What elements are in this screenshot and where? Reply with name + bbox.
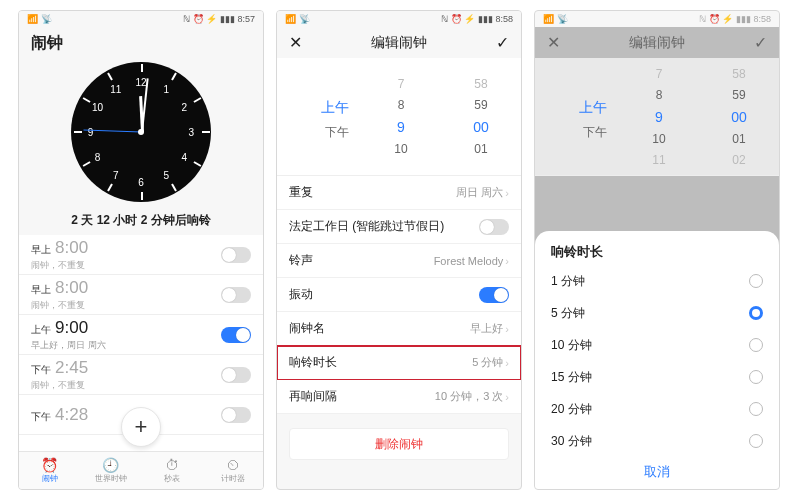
edit-header: ✕ 编辑闹钟 ✓ [277, 27, 521, 58]
duration-option[interactable]: 1 分钟 [551, 265, 763, 297]
row-ringtone[interactable]: 铃声 Forest Melody› [277, 244, 521, 278]
radio-icon [749, 306, 763, 320]
row-repeat[interactable]: 重复 周日 周六› [277, 176, 521, 210]
alarm-row[interactable]: 上午9:00 早上好，周日 周六 [19, 315, 263, 355]
radio-icon [749, 338, 763, 352]
cancel-button[interactable]: 取消 [551, 457, 763, 483]
duration-option[interactable]: 15 分钟 [551, 361, 763, 393]
radio-icon [749, 274, 763, 288]
duration-option[interactable]: 30 分钟 [551, 425, 763, 457]
analog-clock: 12 3 6 9 1 2 4 5 7 8 10 11 [19, 58, 263, 204]
row-vibrate[interactable]: 振动 [277, 278, 521, 312]
bottom-tabs: ⏰闹钟 🕘世界时钟 ⏱秒表 ⏲计时器 [19, 451, 263, 489]
status-left: 📶 📡 [285, 14, 310, 24]
row-workday[interactable]: 法定工作日 (智能跳过节假日) [277, 210, 521, 244]
alarm-row[interactable]: 早上8:00 闹钟，不重复 [19, 235, 263, 275]
tab-worldclock[interactable]: 🕘世界时钟 [80, 452, 141, 489]
delete-alarm-button[interactable]: 删除闹钟 [289, 428, 509, 460]
tab-alarm[interactable]: ⏰闹钟 [19, 452, 80, 489]
edit-title: 编辑闹钟 [629, 34, 685, 52]
duration-option[interactable]: 20 分钟 [551, 393, 763, 425]
chevron-right-icon: › [505, 391, 509, 403]
status-right: ℕ ⏰ ⚡ ▮▮▮ 8:58 [699, 14, 771, 24]
row-ring-duration[interactable]: 响铃时长 5 分钟› [277, 346, 521, 380]
close-icon[interactable]: ✕ [289, 33, 302, 52]
countdown-label: 2 天 12 小时 2 分钟后响铃 [19, 204, 263, 235]
stopwatch-icon: ⏱ [165, 458, 179, 472]
time-picker[interactable]: 上午 下午 7 8 9 10 58 59 00 01 [277, 58, 521, 176]
alarm-toggle[interactable] [221, 407, 251, 423]
alarm-toggle[interactable] [221, 287, 251, 303]
time-picker: 上午 下午 7 8 9 10 11 58 59 00 01 02 [535, 58, 779, 176]
chevron-right-icon: › [505, 323, 509, 335]
row-snooze[interactable]: 再响间隔 10 分钟，3 次› [277, 380, 521, 414]
status-left: 📶 📡 [27, 14, 52, 24]
worldclock-icon: 🕘 [102, 458, 119, 472]
workday-toggle[interactable] [479, 219, 509, 235]
close-icon: ✕ [547, 33, 560, 52]
duration-option[interactable]: 10 分钟 [551, 329, 763, 361]
duration-option[interactable]: 5 分钟 [551, 297, 763, 329]
edit-title: 编辑闹钟 [371, 34, 427, 52]
page-title-wrap: 闹钟 [19, 27, 263, 58]
tab-stopwatch[interactable]: ⏱秒表 [141, 452, 202, 489]
confirm-icon[interactable]: ✓ [496, 33, 509, 52]
timer-icon: ⏲ [226, 458, 240, 472]
alarm-icon: ⏰ [41, 458, 58, 472]
chevron-right-icon: › [505, 255, 509, 267]
plus-icon: + [135, 414, 148, 440]
confirm-icon: ✓ [754, 33, 767, 52]
statusbar: 📶 📡 ℕ ⏰ ⚡ ▮▮▮ 8:57 [19, 11, 263, 27]
status-right: ℕ ⏰ ⚡ ▮▮▮ 8:58 [441, 14, 513, 24]
alarm-row[interactable]: 早上8:00 闹钟，不重复 [19, 275, 263, 315]
radio-icon [749, 402, 763, 416]
chevron-right-icon: › [505, 357, 509, 369]
page-title: 闹钟 [31, 33, 251, 54]
phone-edit-alarm: 📶 📡 ℕ ⏰ ⚡ ▮▮▮ 8:58 ✕ 编辑闹钟 ✓ 上午 下午 7 8 9 … [276, 10, 522, 490]
status-right: ℕ ⏰ ⚡ ▮▮▮ 8:57 [183, 14, 255, 24]
row-alarm-name[interactable]: 闹钟名 早上好› [277, 312, 521, 346]
radio-icon [749, 434, 763, 448]
status-left: 📶 📡 [543, 14, 568, 24]
tab-timer[interactable]: ⏲计时器 [202, 452, 263, 489]
edit-header: ✕ 编辑闹钟 ✓ [535, 27, 779, 58]
statusbar: 📶 📡 ℕ ⏰ ⚡ ▮▮▮ 8:58 [277, 11, 521, 27]
alarm-toggle[interactable] [221, 327, 251, 343]
radio-icon [749, 370, 763, 384]
phone-duration-sheet: 📶 📡 ℕ ⏰ ⚡ ▮▮▮ 8:58 ✕ 编辑闹钟 ✓ 上午 下午 7 8 9 … [534, 10, 780, 490]
duration-sheet: 响铃时长 1 分钟 5 分钟 10 分钟 15 分钟 20 分钟 30 分钟 取… [535, 231, 779, 489]
statusbar: 📶 📡 ℕ ⏰ ⚡ ▮▮▮ 8:58 [535, 11, 779, 27]
chevron-right-icon: › [505, 187, 509, 199]
alarm-toggle[interactable] [221, 367, 251, 383]
alarm-row[interactable]: 下午2:45 闹钟，不重复 [19, 355, 263, 395]
alarm-toggle[interactable] [221, 247, 251, 263]
add-alarm-button[interactable]: + [121, 407, 161, 447]
phone-alarm-list: 📶 📡 ℕ ⏰ ⚡ ▮▮▮ 8:57 闹钟 12 3 [18, 10, 264, 490]
sheet-title: 响铃时长 [551, 243, 763, 261]
vibrate-toggle[interactable] [479, 287, 509, 303]
